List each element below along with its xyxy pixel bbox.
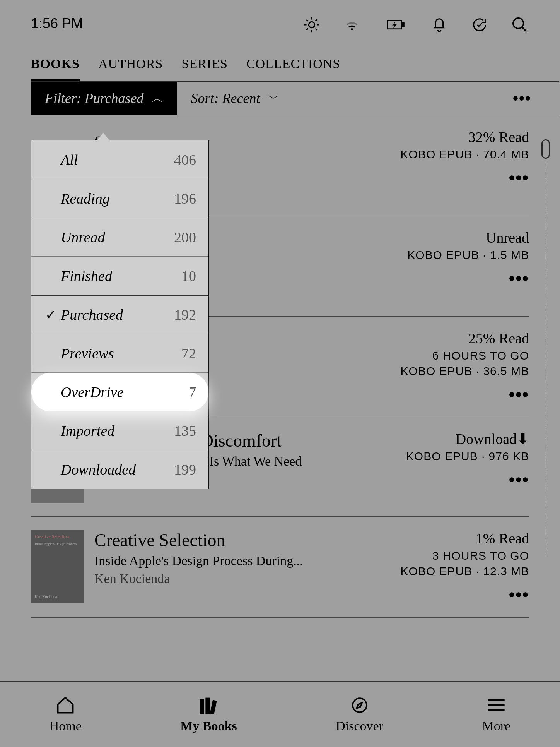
svg-line-8 — [316, 20, 317, 21]
row-menu-button[interactable]: ••• — [509, 168, 529, 187]
book-author: Ken Kocienda — [94, 571, 390, 586]
svg-rect-11 — [402, 23, 404, 26]
battery-charging-icon[interactable] — [383, 15, 408, 34]
checkmark-icon: ✓ — [45, 307, 61, 322]
filter-option-overdrive[interactable]: OverDrive7 — [31, 373, 208, 411]
chevron-down-icon: ﹀ — [268, 91, 280, 106]
filter-option-all[interactable]: All406 — [31, 140, 208, 179]
sort-button[interactable]: Sort: Recent﹀ — [177, 90, 294, 106]
more-options-button[interactable]: ••• — [513, 90, 559, 107]
filter-option-finished[interactable]: Finished10 — [31, 257, 208, 295]
scrollbar[interactable] — [545, 139, 545, 557]
sync-icon[interactable] — [470, 15, 489, 34]
filter-option-previews[interactable]: Previews72 — [31, 334, 208, 373]
filter-option-purchased[interactable]: ✓Purchased192 — [31, 295, 208, 334]
svg-point-9 — [351, 28, 353, 30]
bottom-nav: Home My Books Discover More — [0, 681, 560, 747]
chevron-up-icon: ︿ — [152, 91, 163, 106]
filter-option-imported[interactable]: Imported135 — [31, 411, 208, 450]
wifi-icon[interactable] — [343, 15, 361, 34]
svg-line-5 — [307, 20, 308, 21]
filter-option-downloaded[interactable]: Downloaded199 — [31, 450, 208, 489]
brightness-icon[interactable] — [302, 15, 321, 34]
status-icons — [302, 15, 529, 34]
tab-collections[interactable]: COLLECTIONS — [246, 57, 340, 81]
row-menu-button[interactable]: ••• — [509, 585, 529, 604]
filter-option-reading[interactable]: Reading196 — [31, 179, 208, 218]
filter-dropdown: All406 Reading196 Unread200 Finished10 ✓… — [31, 140, 209, 489]
tab-series[interactable]: SERIES — [182, 57, 228, 81]
status-time: 1:56 PM — [31, 15, 83, 34]
book-title: Creative Selection — [94, 530, 390, 550]
svg-line-7 — [307, 29, 308, 30]
svg-line-13 — [522, 27, 527, 32]
search-icon[interactable] — [510, 15, 529, 34]
filter-option-unread[interactable]: Unread200 — [31, 218, 208, 257]
book-row[interactable]: Creative SelectionInside Apple's Design … — [31, 517, 529, 618]
book-subtitle: Inside Apple's Design Process During... — [94, 553, 390, 568]
book-cover: Creative SelectionInside Apple's Design … — [31, 530, 84, 603]
row-menu-button[interactable]: ••• — [509, 385, 529, 404]
tab-books[interactable]: BOOKS — [31, 57, 80, 81]
bell-icon[interactable] — [430, 15, 449, 34]
row-menu-button[interactable]: ••• — [509, 269, 529, 288]
filter-button[interactable]: Filter: Purchased︿ — [31, 82, 177, 115]
tab-authors[interactable]: AUTHORS — [98, 57, 163, 81]
row-menu-button[interactable]: ••• — [509, 470, 529, 489]
svg-line-6 — [316, 29, 317, 30]
svg-point-12 — [513, 18, 524, 29]
svg-point-0 — [309, 22, 314, 27]
